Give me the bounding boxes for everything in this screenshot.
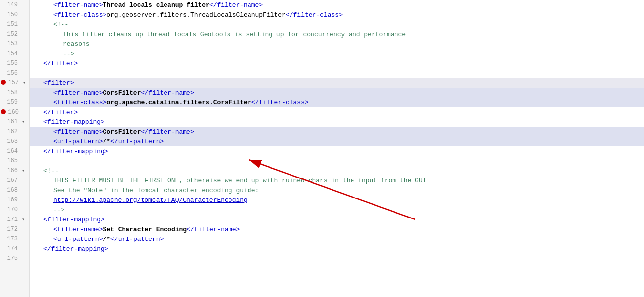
code-line[interactable]: </filter>	[30, 107, 644, 117]
fold-icon[interactable]	[21, 187, 26, 193]
code-line[interactable]: -->	[30, 49, 644, 59]
token-tag-bracket: </	[286, 11, 293, 19]
code-line[interactable]: <!--	[30, 166, 644, 176]
token-tag: filter	[51, 60, 74, 67]
fold-icon[interactable]	[21, 2, 26, 8]
token-bold-text: /*	[103, 138, 110, 145]
line-number: 166	[5, 167, 21, 174]
token-tag-bracket: >	[190, 128, 194, 136]
token-tag-bracket: </	[141, 89, 148, 97]
token-tag-bracket: <	[43, 119, 47, 126]
token-link: http://wiki.apache.org/tomcat/FAQ/Charac…	[53, 197, 248, 204]
token-tag-bracket: <	[53, 138, 57, 145]
fold-icon[interactable]	[21, 139, 26, 144]
token-comment: <!--	[43, 167, 59, 175]
fold-icon[interactable]	[21, 31, 26, 37]
code-line[interactable]: reasons	[30, 39, 644, 49]
fold-icon[interactable]	[21, 246, 26, 252]
fold-icon[interactable]	[21, 158, 26, 164]
line-number: 149	[5, 1, 21, 8]
code-line[interactable]: <filter-mapping>	[30, 215, 644, 224]
fold-icon[interactable]	[21, 236, 26, 242]
code-line[interactable]: <filter-name>Thread locals cleanup filte…	[30, 0, 644, 10]
fold-icon[interactable]	[21, 41, 26, 47]
token-tag-bracket: >	[99, 128, 103, 136]
token-tag-bracket: </	[43, 109, 51, 116]
token-tag-bracket: <	[53, 1, 57, 9]
line-number-row: 162	[0, 127, 29, 137]
code-line[interactable]: This filter cleans up thread locals Geot…	[30, 29, 644, 39]
token-bold-text: Set Character Encoding	[103, 226, 187, 233]
token-tag-bracket: >	[74, 60, 78, 67]
breakpoint-indicator[interactable]	[1, 80, 6, 85]
code-line[interactable]: <url-pattern>/*</url-pattern>	[30, 137, 644, 146]
code-line[interactable]: See the "Note" in the Tomcat character e…	[30, 185, 644, 195]
code-line[interactable]: <filter-class>org.apache.catalina.filter…	[30, 98, 644, 107]
fold-icon[interactable]: ▾	[21, 80, 27, 86]
token-tag-bracket: <	[53, 226, 57, 233]
code-line[interactable]: </filter-mapping>	[30, 244, 644, 254]
line-number: 152	[5, 31, 21, 38]
fold-icon[interactable]	[21, 178, 26, 183]
code-line[interactable]: http://wiki.apache.org/tomcat/FAQ/Charac…	[30, 195, 644, 205]
token-tag-bracket: </	[251, 99, 259, 106]
token-tag-bracket: >	[103, 11, 106, 19]
code-line[interactable]: <filter-name>CorsFilter</filter-name>	[30, 127, 644, 137]
code-line[interactable]: <filter>	[30, 78, 644, 88]
token-tag-bracket: <	[53, 128, 57, 136]
fold-icon[interactable]	[21, 109, 27, 115]
fold-icon[interactable]: ▾	[21, 217, 26, 222]
code-line[interactable]: <filter-mapping>	[30, 117, 644, 127]
breakpoint-indicator[interactable]	[1, 109, 6, 114]
code-line[interactable]: -->	[30, 205, 644, 215]
token-tag: filter-mapping	[47, 119, 101, 126]
code-line[interactable]: <filter-name>CorsFilter</filter-name>	[30, 88, 644, 98]
token-tag: filter-mapping	[47, 216, 101, 223]
code-line[interactable]: <filter-name>Set Character Encoding</fil…	[30, 224, 644, 234]
line-number: 156	[5, 70, 21, 77]
fold-icon[interactable]	[21, 197, 26, 203]
token-tag-bracket: >	[104, 148, 108, 155]
token-tag-bracket: >	[99, 89, 103, 97]
fold-icon[interactable]	[21, 70, 26, 76]
fold-icon[interactable]: ▾	[21, 168, 26, 174]
token-tag: filter	[51, 109, 74, 116]
fold-icon[interactable]	[21, 90, 26, 96]
code-line[interactable]: THIS FILTER MUST BE THE FIRST ONE, other…	[30, 176, 644, 185]
line-number-row: 165	[0, 156, 29, 166]
token-tag: url-pattern	[118, 138, 160, 145]
line-number: 157	[6, 79, 21, 86]
code-line[interactable]: </filter>	[30, 59, 644, 68]
code-line[interactable]	[30, 156, 644, 166]
line-number-row: 169	[0, 195, 29, 205]
token-tag-bracket: >	[74, 109, 78, 116]
code-line[interactable]	[30, 68, 644, 78]
code-line[interactable]: <url-pattern>/*</url-pattern>	[30, 234, 644, 244]
line-number-row: 158	[0, 88, 29, 98]
token-tag: filter-class	[293, 11, 339, 19]
fold-icon[interactable]	[21, 60, 26, 66]
line-number: 167	[5, 177, 21, 184]
token-comment: This filter cleans up thread locals Geot…	[63, 31, 406, 38]
code-line[interactable]: <!--	[30, 20, 644, 29]
fold-icon[interactable]: ▾	[21, 119, 26, 125]
line-number: 150	[5, 11, 21, 18]
fold-icon[interactable]	[21, 51, 26, 57]
token-bold-text: CorsFilter	[103, 89, 141, 97]
token-tag-bracket: <	[53, 236, 57, 243]
fold-icon[interactable]	[21, 12, 26, 18]
fold-icon[interactable]	[21, 99, 26, 105]
token-text-content: org.geoserver.filters.ThreadLocalsCleanu…	[106, 11, 286, 19]
fold-icon[interactable]	[21, 207, 26, 213]
line-number-row: 151	[0, 20, 29, 29]
fold-icon[interactable]	[21, 226, 26, 232]
code-content[interactable]: <filter-name>Thread locals cleanup filte…	[30, 0, 644, 297]
fold-icon[interactable]	[21, 256, 26, 261]
code-line[interactable]: <filter-class>org.geoserver.filters.Thre…	[30, 10, 644, 20]
code-line[interactable]	[30, 254, 644, 263]
fold-icon[interactable]	[21, 129, 26, 135]
fold-icon[interactable]	[21, 148, 26, 154]
code-line[interactable]: </filter-mapping>	[30, 146, 644, 156]
fold-icon[interactable]	[21, 21, 26, 27]
token-tag: filter-mapping	[51, 245, 104, 253]
